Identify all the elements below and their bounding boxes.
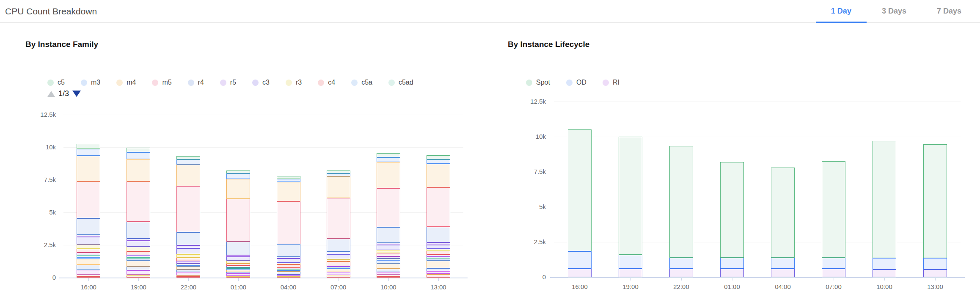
x-axis-label: 07:00 (321, 283, 356, 291)
x-axis-tick (438, 278, 439, 281)
bar-segment-unlabeled (277, 275, 300, 276)
bar-segment-m5 (327, 198, 350, 239)
bar-segment-m4 (327, 176, 350, 198)
bar-segment-OD (923, 258, 947, 270)
gridline (63, 115, 463, 115)
legend-label: c5 (58, 79, 65, 86)
x-axis-tick (138, 278, 139, 281)
bar-segment-c5a (377, 256, 400, 258)
gridline (554, 137, 961, 137)
bar-segment-r5 (176, 245, 200, 248)
bar-segment-unlabeled (226, 276, 250, 277)
legend-dot-r5 (220, 80, 226, 86)
bar-segment-OD (771, 258, 795, 269)
bar-segment-c3 (377, 245, 400, 250)
x-axis-tick (884, 278, 885, 280)
legend-item-r4[interactable]: r4 (188, 79, 204, 86)
legend-dot-m4 (116, 80, 123, 86)
y-axis-label: 10k (17, 143, 56, 151)
bar-segment-Spot (822, 161, 845, 257)
x-axis-label: 01:00 (220, 283, 256, 291)
bar-segment-Spot (873, 141, 896, 258)
legend-item-m4[interactable]: m4 (116, 79, 136, 86)
bar-segment-r3 (427, 249, 450, 251)
bar-segment-unlabeled (377, 264, 400, 269)
x-axis-label: 04:00 (271, 283, 306, 291)
tab-3-days[interactable]: 3 Days (867, 0, 922, 22)
legend-item-c5a[interactable]: c5a (351, 79, 372, 86)
legend-item-OD[interactable]: OD (566, 79, 586, 86)
x-axis-label: 19:00 (121, 283, 156, 291)
x-axis-label: 16:00 (562, 283, 597, 290)
legend-label: r3 (296, 79, 302, 86)
y-axis-label: 7.5k (507, 168, 546, 175)
bar-segment-unlabeled (77, 276, 100, 278)
x-axis-label: 16:00 (71, 283, 106, 291)
bar-segment-c5ad (427, 257, 450, 258)
x-axis-tick (289, 278, 289, 281)
legend-item-m3[interactable]: m3 (81, 79, 100, 86)
legend-dot-c5a (351, 80, 358, 86)
bar-segment-c5ad (226, 267, 250, 269)
x-axis-tick (681, 278, 682, 280)
bar-segment-Spot (669, 146, 693, 258)
bar-segment-c5a (77, 253, 100, 255)
bar-segment-m4 (427, 164, 450, 187)
x-axis-tick (88, 278, 89, 281)
bar-segment-unlabeled (377, 276, 400, 278)
bar-segment-m5 (77, 182, 100, 218)
bar-segment-m5 (176, 186, 200, 232)
bar-segment-unlabeled (226, 272, 250, 273)
legend-page-up-button[interactable] (47, 91, 55, 97)
legend-label: m5 (162, 79, 171, 86)
x-axis-tick (783, 278, 783, 280)
legend-item-m5[interactable]: m5 (152, 79, 171, 86)
bar-segment-unlabeled (77, 265, 100, 270)
bar-segment-unlabeled (127, 275, 150, 276)
legend-label: c5ad (399, 79, 413, 86)
bar-segment-m4 (77, 156, 100, 182)
bar-segment-Spot (568, 129, 592, 251)
tab-7-days[interactable]: 7 Days (922, 0, 977, 22)
legend-item-r5[interactable]: r5 (220, 79, 236, 86)
y-axis-label: 7.5k (17, 176, 56, 183)
bar-segment-r3 (377, 250, 400, 253)
bar-segment-c3 (277, 258, 300, 262)
bar-segment-r4 (427, 227, 450, 242)
legend-item-Spot[interactable]: Spot (526, 79, 550, 86)
bar-segment-Spot (771, 168, 795, 257)
legend-label: m4 (127, 79, 136, 86)
bar-segment-m3 (377, 157, 400, 162)
bar-segment-unlabeled (377, 272, 400, 275)
y-axis-label: 5k (17, 209, 56, 216)
legend-item-RI[interactable]: RI (603, 79, 619, 86)
legend-dot-r4 (188, 80, 194, 86)
y-axis-label: 2.5k (507, 238, 546, 245)
x-axis-label: 13:00 (917, 283, 953, 290)
bar-segment-c5a (127, 255, 150, 257)
bar-segment-unlabeled (427, 271, 450, 274)
legend-item-r3[interactable]: r3 (286, 79, 302, 86)
bar-segment-m5 (127, 182, 150, 221)
tab-1-day[interactable]: 1 Day (816, 0, 867, 22)
bar-segment-m3 (327, 173, 350, 176)
legend-item-c3[interactable]: c3 (252, 79, 270, 86)
bar-segment-OD (873, 258, 896, 270)
bar-segment-unlabeled (427, 274, 450, 275)
x-axis-label: 13:00 (421, 283, 456, 291)
bar-segment-r3 (77, 245, 100, 248)
legend-item-c5[interactable]: c5 (47, 79, 65, 86)
legend-item-c5ad[interactable]: c5ad (388, 79, 413, 86)
y-axis-label: 5k (507, 203, 546, 210)
gridline (554, 102, 961, 102)
bar-segment-c3 (127, 241, 150, 247)
bar-segment-unlabeled (176, 270, 200, 272)
bar-segment-unlabeled (176, 275, 200, 277)
legend-item-c4[interactable]: c4 (318, 79, 335, 86)
bar-segment-m3 (127, 152, 150, 160)
bar-segment-c4 (277, 264, 300, 268)
x-axis-label: 07:00 (816, 283, 851, 290)
bar-segment-c5a (226, 266, 250, 267)
bar-segment-c5a (277, 268, 300, 269)
legend-page-down-button[interactable] (72, 91, 81, 97)
